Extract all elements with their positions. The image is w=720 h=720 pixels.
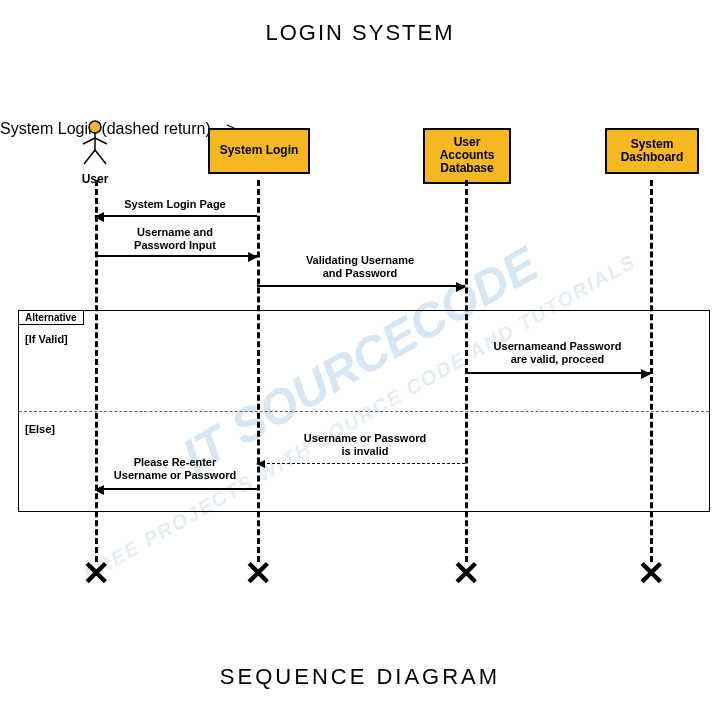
object-system-login: System Login: [208, 128, 310, 174]
destroy-dashboard: ✕: [637, 556, 665, 590]
arrow-login-page: [95, 215, 257, 217]
guard-if-valid: [If Valid]: [25, 333, 68, 345]
arrow-invalid: [257, 463, 465, 464]
actor-user: User: [80, 120, 110, 186]
object-dashboard: System Dashboard: [605, 128, 699, 174]
sequence-diagram: User ✕ System Login ✕ User Accounts Data…: [0, 120, 720, 590]
msg-login-page: System Login Page: [100, 198, 250, 211]
guard-else: [Else]: [25, 423, 55, 435]
msg-credentials-input: Username and Password Input: [100, 226, 250, 251]
svg-line-5: [95, 150, 106, 164]
msg-reenter: Please Re-enter Username or Password: [100, 456, 250, 481]
destroy-system-login: ✕: [244, 556, 272, 590]
destroy-database: ✕: [452, 556, 480, 590]
destroy-user: ✕: [82, 556, 110, 590]
alt-label: Alternative: [18, 310, 84, 325]
arrow-valid-proceed: [465, 372, 650, 374]
svg-line-3: [95, 138, 107, 144]
svg-line-4: [84, 150, 95, 164]
msg-validate: Validating Username and Password: [270, 254, 450, 279]
page-title: LOGIN SYSTEM: [0, 20, 720, 46]
arrow-credentials-input: [95, 255, 257, 257]
page-subtitle: SEQUENCE DIAGRAM: [0, 664, 720, 690]
user-icon: [80, 120, 110, 166]
svg-line-2: [83, 138, 95, 144]
alt-divider: [19, 411, 709, 412]
arrow-reenter: [95, 488, 257, 490]
object-database: User Accounts Database: [423, 128, 511, 184]
svg-point-0: [89, 121, 101, 133]
msg-valid-proceed: Usernameand Password are valid, proceed: [475, 340, 640, 365]
arrow-validate: [257, 285, 465, 287]
msg-invalid: Username or Password is invalid: [275, 432, 455, 457]
